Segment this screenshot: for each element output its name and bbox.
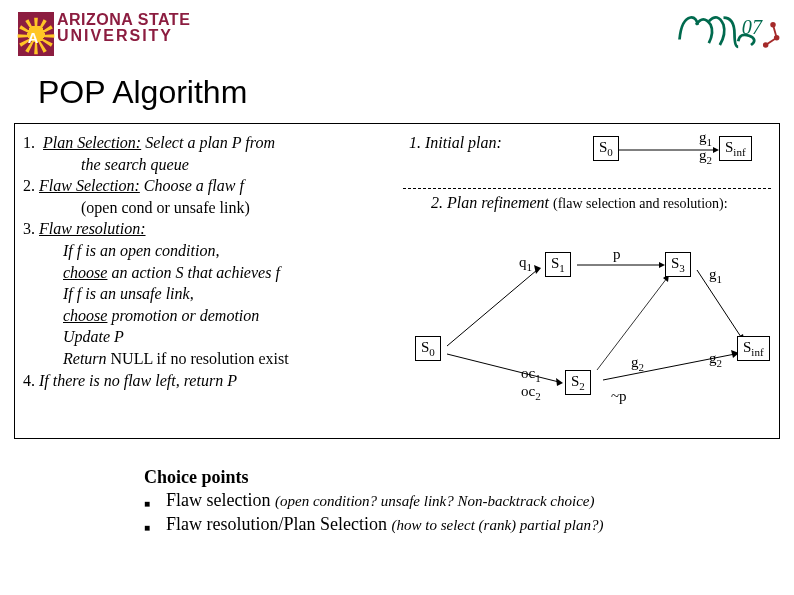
step2-text: Choose a flaw f [140,177,244,194]
g2-out-label: g2 [709,350,722,369]
step1-cont: the search queue [81,154,387,176]
box-s1: S1 [545,252,571,277]
choice-title: Choice points [144,466,604,489]
diagram-area: 1. Initial plan: S0 g1 g2 Sinf 2. Plan r… [403,132,771,430]
choice-row2: Flaw resolution/Plan Selection [166,514,391,534]
bullet-icon: ■ [144,513,166,536]
asu-text-line1: ARIZONA STATE [57,12,190,28]
choice-points: Choice points ■ Flaw selection (open con… [144,466,604,536]
arrow-s0-sinf [619,145,719,155]
refinement-diagram: q1 S1 p S3 g1 S0 oc1 oc2 S2 g2 ~p g2 Sin… [407,224,771,430]
svg-marker-22 [534,265,541,274]
svg-marker-3 [42,34,55,38]
step2-num: 2. [23,177,39,194]
step1-text: Select a plan P from [141,134,275,151]
bullet-icon: ■ [144,489,166,512]
step2-head: Flaw Selection: [39,177,140,194]
step3-choose2b: promotion or demotion [107,307,259,324]
step3-choose1: choose [63,264,107,281]
refine-label: 2. Plan refinement (flaw selection and r… [431,194,728,212]
step1-num: 1. [23,132,43,154]
step4-num: 4. [23,372,39,389]
algorithm-steps: 1.Plan Selection: Select a plan P from t… [23,132,387,391]
box-s3: S3 [665,252,691,277]
icaps-logo: 07 [674,6,784,66]
asu-logo: A ARIZONA STATE UNIVERSITY [18,12,190,56]
asu-text-line2: UNIVERSITY [57,28,190,44]
svg-marker-20 [713,147,719,153]
g2-mid-label: g2 [631,354,644,373]
box-s0: S0 [593,136,619,161]
main-content-box: 1.Plan Selection: Select a plan P from t… [14,123,780,439]
box-s0b: S0 [415,336,441,361]
step4-text: If there is no flaw left, return P [39,372,237,389]
initial-plan-label: 1. Initial plan: [409,134,502,152]
choice-row2-paren: (how to select (rank) partial plan?) [391,517,603,533]
svg-line-18 [766,38,777,45]
svg-marker-0 [34,18,38,31]
choice-row1-paren: (open condition? unsafe link? Non-backtr… [275,493,595,509]
notp-label: ~p [611,388,627,405]
step2-cont: (open cond or unsafe link) [81,197,387,219]
step1-head: Plan Selection: [43,134,141,151]
g1-out-label: g1 [709,266,722,285]
box-sinf: Sinf [719,136,752,161]
choice-row1: Flaw selection [166,490,275,510]
step3-num: 3. [23,220,39,237]
svg-text:A: A [28,30,39,46]
asu-sunburst-icon: A [18,12,54,56]
svg-line-21 [447,270,537,346]
step3-if1: If f is an open condition, [63,240,387,262]
svg-marker-24 [556,378,563,386]
step3-head: Flaw resolution: [39,220,146,237]
step3-choose2: choose [63,307,107,324]
step3-update: Update P [63,326,387,348]
svg-line-23 [447,354,559,382]
svg-text:07: 07 [742,16,763,38]
p-label: p [613,246,621,263]
step3-if2: If f is an unsafe link, [63,283,387,305]
slide-title: POP Algorithm [38,74,794,111]
oc-labels: oc1 oc2 [521,366,541,402]
box-s2: S2 [565,370,591,395]
step3-return: Return [63,350,107,367]
q1-label: q1 [519,254,532,273]
divider-dash [403,188,771,189]
step3-choose1b: an action S that achieves f [107,264,279,281]
step3-return2: NULL if no resolution exist [107,350,289,367]
box-sinfb: Sinf [737,336,770,361]
